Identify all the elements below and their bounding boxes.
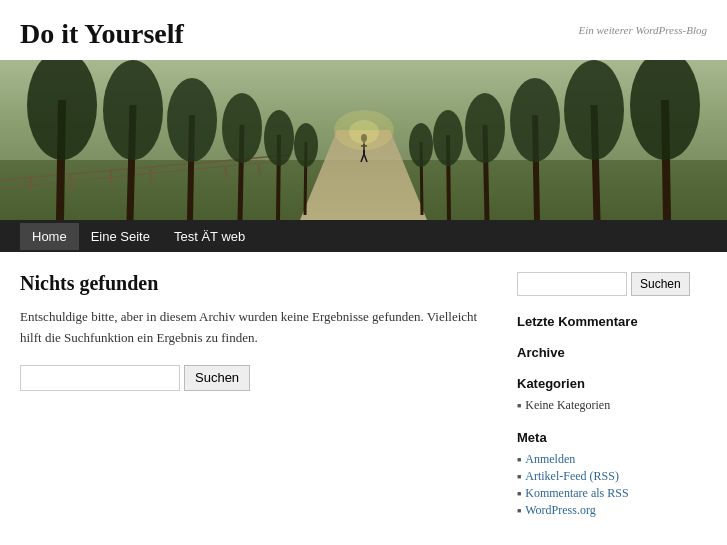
svg-point-21 (264, 110, 294, 166)
sidebar-meta-list: Anmelden Artikel-Feed (RSS) Kommentare a… (517, 451, 707, 519)
svg-point-35 (409, 123, 433, 167)
sidebar-section-archive: Archive (517, 345, 707, 360)
meta-wordpress-link[interactable]: WordPress.org (525, 503, 595, 518)
list-item: WordPress.org (517, 502, 707, 519)
sidebar-categories-list: Keine Kategorien (517, 397, 707, 414)
nav-item-home[interactable]: Home (20, 223, 79, 250)
site-subtitle: Ein weiterer WordPress-Blog (578, 24, 707, 36)
main-search-input[interactable] (20, 365, 180, 391)
list-item: Keine Kategorien (517, 397, 707, 414)
meta-comments-rss-link[interactable]: Kommentare als RSS (525, 486, 628, 501)
svg-point-29 (510, 78, 560, 162)
not-found-body: Entschuldige bitte, aber in diesem Archi… (20, 307, 497, 349)
site-header: Do it Yourself Ein weiterer WordPress-Bl… (0, 0, 727, 60)
sidebar-section-comments: Letzte Kommentare (517, 314, 707, 329)
nav-item-eine-seite[interactable]: Eine Seite (79, 223, 162, 250)
svg-point-23 (294, 123, 318, 167)
main-content: Nichts gefunden Entschuldige bitte, aber… (20, 272, 497, 535)
navigation: Home Eine Seite Test ÄT web (0, 220, 727, 252)
not-found-heading: Nichts gefunden (20, 272, 497, 295)
sidebar-search-input[interactable] (517, 272, 627, 296)
svg-point-17 (167, 78, 217, 162)
nav-item-test[interactable]: Test ÄT web (162, 223, 257, 250)
sidebar-search-button[interactable]: Suchen (631, 272, 690, 296)
hero-image (0, 60, 727, 220)
sidebar-archive-title: Archive (517, 345, 707, 360)
content-wrapper: Nichts gefunden Entschuldige bitte, aber… (0, 252, 727, 545)
meta-rss-link[interactable]: Artikel-Feed (RSS) (525, 469, 619, 484)
main-search-form: Suchen (20, 365, 497, 391)
sidebar: Suchen Letzte Kommentare Archive Kategor… (517, 272, 707, 535)
meta-anmelden-link[interactable]: Anmelden (525, 452, 575, 467)
svg-point-31 (465, 93, 505, 163)
sidebar-section-meta: Meta Anmelden Artikel-Feed (RSS) Komment… (517, 430, 707, 519)
category-no-categories: Keine Kategorien (525, 398, 610, 413)
sidebar-meta-title: Meta (517, 430, 707, 445)
list-item: Kommentare als RSS (517, 485, 707, 502)
svg-point-33 (433, 110, 463, 166)
list-item: Artikel-Feed (RSS) (517, 468, 707, 485)
sidebar-comments-title: Letzte Kommentare (517, 314, 707, 329)
svg-point-42 (349, 120, 379, 144)
site-title[interactable]: Do it Yourself (20, 18, 184, 50)
sidebar-categories-title: Kategorien (517, 376, 707, 391)
main-search-button[interactable]: Suchen (184, 365, 250, 391)
sidebar-search-form: Suchen (517, 272, 707, 296)
list-item: Anmelden (517, 451, 707, 468)
sidebar-section-categories: Kategorien Keine Kategorien (517, 376, 707, 414)
svg-point-27 (564, 60, 624, 160)
svg-point-19 (222, 93, 262, 163)
svg-point-15 (103, 60, 163, 160)
